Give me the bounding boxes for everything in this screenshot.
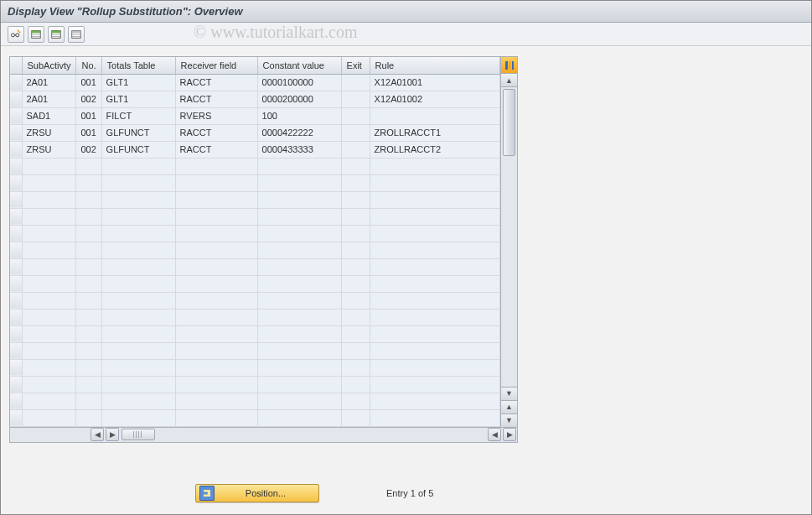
- hscroll-thumb[interactable]: [122, 429, 155, 440]
- table-row[interactable]: [10, 393, 500, 409]
- table-row[interactable]: [10, 292, 500, 309]
- cell-totals-table[interactable]: [101, 275, 175, 292]
- cell-receiver-field[interactable]: [175, 325, 257, 342]
- cell-subactivity[interactable]: 2A01: [22, 74, 76, 91]
- cell-receiver-field[interactable]: [175, 393, 257, 409]
- cell-rule[interactable]: [370, 174, 499, 191]
- cell-no[interactable]: 001: [76, 74, 101, 91]
- cell-subactivity[interactable]: [22, 275, 76, 292]
- col-subactivity[interactable]: SubActivty: [22, 57, 76, 74]
- cell-no[interactable]: [76, 292, 101, 309]
- cell-receiver-field[interactable]: RACCT: [175, 74, 257, 91]
- cell-rule[interactable]: X12A01002: [370, 91, 499, 107]
- cell-subactivity[interactable]: [22, 359, 76, 376]
- cell-rule[interactable]: ZROLLRACCT1: [370, 124, 499, 141]
- cell-exit[interactable]: [341, 376, 370, 393]
- cell-totals-table[interactable]: [101, 393, 175, 409]
- row-selector[interactable]: [10, 292, 22, 309]
- hscroll-left2-button[interactable]: ◀: [488, 428, 501, 441]
- cell-receiver-field[interactable]: [175, 225, 257, 242]
- table-row[interactable]: 2A01002GLT1RACCT0000200000X12A01002: [10, 91, 500, 107]
- cell-no[interactable]: [76, 342, 101, 359]
- table-row[interactable]: [10, 359, 500, 376]
- row-selector[interactable]: [10, 107, 22, 124]
- cell-receiver-field[interactable]: [175, 376, 257, 393]
- table-row[interactable]: [10, 242, 500, 258]
- cell-receiver-field[interactable]: [175, 342, 257, 359]
- cell-constant-value[interactable]: [257, 158, 341, 174]
- cell-subactivity[interactable]: [22, 258, 76, 275]
- cell-totals-table[interactable]: [101, 174, 175, 191]
- cell-exit[interactable]: [341, 258, 370, 275]
- cell-totals-table[interactable]: [101, 292, 175, 309]
- cell-receiver-field[interactable]: [175, 191, 257, 208]
- row-selector[interactable]: [10, 409, 22, 426]
- cell-subactivity[interactable]: [22, 191, 76, 208]
- hscroll-right2-button[interactable]: ▶: [503, 428, 516, 441]
- cell-no[interactable]: 002: [76, 91, 101, 107]
- scroll-down2-button[interactable]: ▼: [501, 414, 517, 427]
- table-action1-button[interactable]: [28, 26, 44, 43]
- cell-exit[interactable]: [341, 275, 370, 292]
- cell-subactivity[interactable]: [22, 409, 76, 426]
- cell-rule[interactable]: [370, 242, 499, 258]
- table-row[interactable]: ZRSU001GLFUNCTRACCT0000422222ZROLLRACCT1: [10, 124, 500, 141]
- table-row[interactable]: ZRSU002GLFUNCTRACCT0000433333ZROLLRACCT2: [10, 141, 500, 158]
- table-row[interactable]: [10, 258, 500, 275]
- cell-subactivity[interactable]: [22, 376, 76, 393]
- cell-exit[interactable]: [341, 325, 370, 342]
- cell-exit[interactable]: [341, 309, 370, 325]
- row-selector[interactable]: [10, 376, 22, 393]
- cell-subactivity[interactable]: [22, 225, 76, 242]
- cell-totals-table[interactable]: [101, 225, 175, 242]
- table-row[interactable]: [10, 342, 500, 359]
- cell-no[interactable]: [76, 325, 101, 342]
- cell-rule[interactable]: [370, 393, 499, 409]
- cell-rule[interactable]: [370, 359, 499, 376]
- cell-exit[interactable]: [341, 208, 370, 225]
- table-row[interactable]: [10, 191, 500, 208]
- cell-constant-value[interactable]: [257, 275, 341, 292]
- row-selector[interactable]: [10, 225, 22, 242]
- cell-constant-value[interactable]: [257, 191, 341, 208]
- cell-exit[interactable]: [341, 359, 370, 376]
- cell-totals-table[interactable]: [101, 359, 175, 376]
- cell-no[interactable]: [76, 242, 101, 258]
- cell-exit[interactable]: [341, 409, 370, 426]
- table-action2-button[interactable]: [48, 26, 65, 43]
- cell-rule[interactable]: [370, 409, 499, 426]
- cell-subactivity[interactable]: ZRSU: [22, 141, 76, 158]
- cell-constant-value[interactable]: 0000422222: [257, 124, 341, 141]
- row-selector[interactable]: [10, 359, 22, 376]
- cell-no[interactable]: 001: [76, 124, 101, 141]
- cell-totals-table[interactable]: FILCT: [101, 107, 175, 124]
- table-row[interactable]: [10, 208, 500, 225]
- cell-constant-value[interactable]: [257, 242, 341, 258]
- cell-subactivity[interactable]: [22, 309, 76, 325]
- cell-no[interactable]: [76, 258, 101, 275]
- cell-receiver-field[interactable]: [175, 292, 257, 309]
- row-selector[interactable]: [10, 242, 22, 258]
- cell-receiver-field[interactable]: [175, 275, 257, 292]
- cell-totals-table[interactable]: [101, 242, 175, 258]
- row-selector[interactable]: [10, 393, 22, 409]
- cell-rule[interactable]: [370, 191, 499, 208]
- cell-receiver-field[interactable]: RACCT: [175, 141, 257, 158]
- table-row[interactable]: 2A01001GLT1RACCT0000100000X12A01001: [10, 74, 500, 91]
- col-constant-value[interactable]: Constant value: [257, 57, 341, 74]
- cell-rule[interactable]: ZROLLRACCT2: [370, 141, 499, 158]
- cell-subactivity[interactable]: [22, 292, 76, 309]
- cell-subactivity[interactable]: [22, 342, 76, 359]
- cell-no[interactable]: [76, 174, 101, 191]
- cell-constant-value[interactable]: [257, 258, 341, 275]
- cell-exit[interactable]: [341, 141, 370, 158]
- col-totals-table[interactable]: Totals Table: [101, 57, 175, 74]
- cell-totals-table[interactable]: [101, 158, 175, 174]
- cell-constant-value[interactable]: [257, 208, 341, 225]
- cell-subactivity[interactable]: [22, 174, 76, 191]
- cell-totals-table[interactable]: [101, 309, 175, 325]
- row-selector[interactable]: [10, 191, 22, 208]
- cell-subactivity[interactable]: SAD1: [22, 107, 76, 124]
- cell-receiver-field[interactable]: [175, 158, 257, 174]
- cell-subactivity[interactable]: 2A01: [22, 91, 76, 107]
